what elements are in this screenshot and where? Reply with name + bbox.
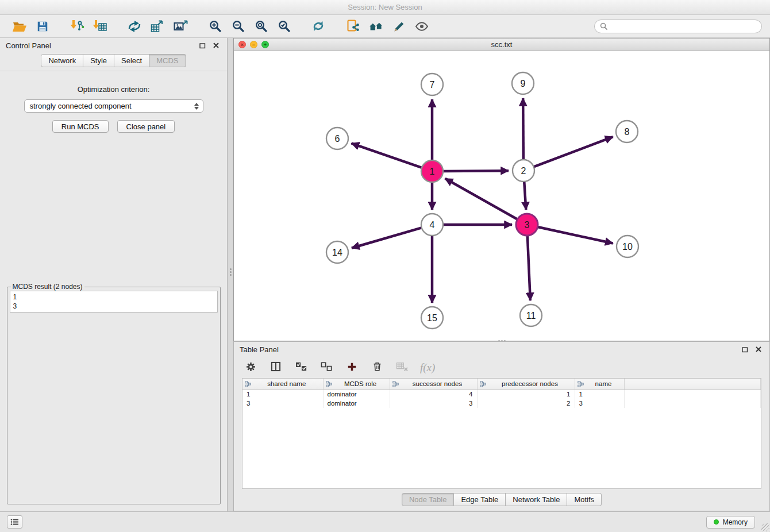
svg-text:14: 14 [332, 248, 342, 257]
node-11[interactable]: 11 [520, 304, 542, 326]
float-panel-icon[interactable] [197, 41, 207, 50]
table-cell[interactable]: 1 [242, 390, 323, 399]
column-type-icon [326, 381, 332, 388]
zoom-window-icon[interactable]: + [261, 41, 269, 48]
table-panel-title: Table Panel [240, 345, 279, 354]
table-cell[interactable]: 1 [575, 390, 624, 399]
export-network-button[interactable] [123, 17, 146, 36]
open-session-button[interactable] [8, 17, 31, 36]
table-cell[interactable]: 4 [390, 390, 477, 399]
table-row[interactable]: 3dominator323 [242, 399, 761, 408]
export-image-icon [174, 20, 188, 33]
table-cell[interactable]: dominator [323, 390, 390, 399]
task-history-button[interactable] [7, 515, 22, 529]
tab-edge-table[interactable]: Edge Table [454, 493, 506, 506]
mcds-result-title: MCDS result (2 nodes) [11, 283, 84, 291]
table-cell[interactable]: 3 [390, 399, 477, 408]
node-3[interactable]: 3 [516, 214, 538, 236]
edge-3-10[interactable] [538, 227, 613, 243]
table-toolbar: f(x) [234, 357, 769, 378]
node-10[interactable]: 10 [617, 236, 638, 257]
export-image-button[interactable] [169, 17, 192, 36]
resize-grip[interactable] [761, 523, 769, 531]
zoom-in-button[interactable] [203, 17, 226, 36]
zoom-out-button[interactable] [226, 17, 249, 36]
table-row[interactable]: 1dominator411 [242, 390, 761, 399]
criterion-dropdown[interactable]: strongly connected component [24, 99, 203, 113]
zoom-out-icon [232, 20, 245, 33]
column-header[interactable]: shared name [242, 379, 323, 390]
edge-1-2[interactable] [443, 171, 509, 171]
node-14[interactable]: 14 [326, 241, 348, 263]
node-1[interactable]: 1 [421, 160, 443, 182]
mcds-result-list[interactable]: 13 [10, 291, 218, 313]
node-9[interactable]: 9 [512, 72, 534, 94]
control-tab-mcds[interactable]: MCDS [149, 54, 186, 67]
paint-mapping-button[interactable] [387, 17, 410, 36]
window-title: Session: New Session [348, 3, 422, 11]
control-tab-select[interactable]: Select [114, 54, 149, 67]
minimize-window-icon[interactable]: − [250, 41, 257, 48]
table-cell[interactable]: 1 [477, 390, 575, 399]
table-cell[interactable]: dominator [323, 399, 390, 408]
edge-2-8[interactable] [534, 137, 613, 167]
show-columns-button[interactable] [268, 361, 283, 375]
close-table-panel-icon[interactable] [753, 345, 764, 354]
column-header[interactable]: successor nodes [390, 379, 477, 390]
node-15[interactable]: 15 [421, 307, 443, 329]
node-4[interactable]: 4 [421, 214, 443, 236]
table-cell[interactable]: 3 [242, 399, 323, 408]
close-panel-icon[interactable] [211, 41, 221, 50]
zoom-selected-button[interactable] [272, 17, 295, 36]
run-mcds-button[interactable]: Run MCDS [52, 120, 109, 133]
select-all-columns-button[interactable] [294, 361, 309, 375]
svg-text:10: 10 [622, 242, 633, 252]
edge-2-9[interactable] [523, 98, 523, 160]
edge-3-11[interactable] [528, 236, 530, 300]
vertical-splitter-handle[interactable] [229, 264, 233, 279]
network-graph[interactable]: 7968124314101511 [234, 51, 769, 341]
export-table-button[interactable] [146, 17, 169, 36]
svg-text:9: 9 [521, 79, 526, 88]
tab-motifs[interactable]: Motifs [567, 493, 602, 506]
control-tab-network[interactable]: Network [41, 54, 83, 67]
new-network-from-selection-icon [346, 20, 360, 33]
tab-node-table[interactable]: Node Table [402, 493, 455, 506]
memory-button[interactable]: Memory [706, 516, 755, 529]
import-table-from-file-button[interactable] [88, 17, 111, 36]
node-8[interactable]: 8 [616, 121, 638, 142]
search-box[interactable] [594, 20, 762, 33]
node-2[interactable]: 2 [513, 160, 534, 182]
first-neighbors-button[interactable] [364, 17, 387, 36]
edge-4-14[interactable] [352, 228, 422, 248]
create-column-button[interactable] [344, 361, 359, 375]
delete-columns-button[interactable] [369, 361, 384, 375]
control-tab-style[interactable]: Style [83, 54, 114, 67]
node-6[interactable]: 6 [326, 128, 348, 149]
open-session-icon [12, 20, 27, 33]
deselect-all-columns-button[interactable] [319, 361, 334, 375]
close-panel-button[interactable]: Close panel [117, 120, 175, 133]
table-cell[interactable]: 2 [477, 399, 575, 408]
save-session-button[interactable] [31, 17, 54, 36]
column-header[interactable]: MCDS role [323, 379, 390, 390]
network-canvas[interactable]: 7968124314101511 [234, 51, 769, 341]
close-window-icon[interactable]: × [238, 41, 246, 48]
edge-3-1[interactable] [445, 179, 518, 219]
show-graphics-details-button[interactable] [410, 17, 433, 36]
table-options-button[interactable] [243, 361, 258, 375]
column-header[interactable]: predecessor nodes [477, 379, 575, 390]
column-type-icon [392, 381, 399, 388]
tab-network-table[interactable]: Network Table [506, 493, 567, 506]
table-cell[interactable]: 3 [575, 399, 624, 408]
column-header[interactable]: name [575, 379, 624, 390]
new-network-from-selection-button[interactable] [341, 17, 364, 36]
node-7[interactable]: 7 [421, 74, 443, 95]
float-table-panel-icon[interactable] [740, 345, 750, 354]
search-input[interactable] [610, 22, 756, 30]
zoom-fit-button[interactable] [249, 17, 272, 36]
edge-2-3[interactable] [524, 182, 526, 210]
import-network-from-file-button[interactable] [66, 17, 88, 36]
edge-1-6[interactable] [352, 143, 422, 167]
update-network-button[interactable] [307, 17, 330, 36]
